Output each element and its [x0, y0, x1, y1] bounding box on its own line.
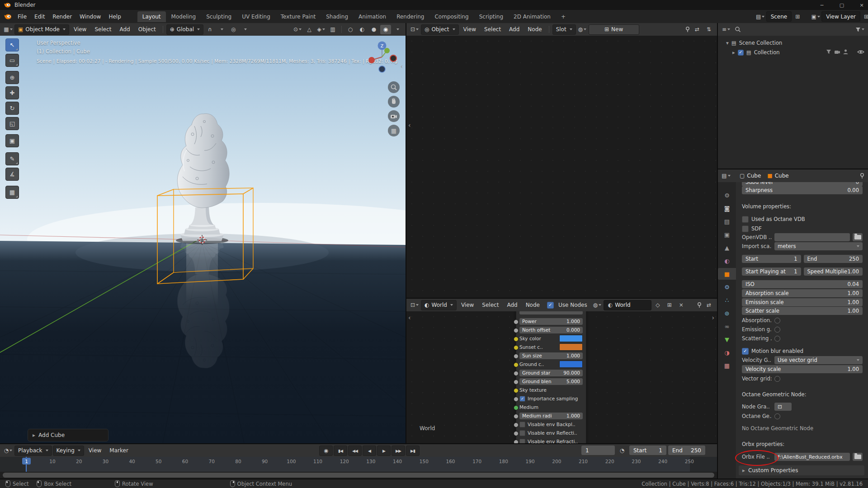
unlink-world-icon[interactable]: × [676, 300, 687, 310]
prop-row-vector-grid[interactable]: Vector grid: [742, 374, 863, 383]
tool-transform-icon[interactable]: ▣ [5, 134, 19, 147]
node-checkbox[interactable] [519, 430, 525, 436]
node-graph-button[interactable]: ⊡ [774, 403, 792, 411]
node-socket-icon[interactable] [514, 319, 519, 324]
prop-row-frame-range[interactable]: Start1 End250 [742, 254, 863, 263]
snap-magnet-icon[interactable]: ∩ [204, 25, 215, 34]
tool-scale-icon[interactable]: ◱ [5, 117, 19, 130]
workspace-tab-scripting[interactable]: Scripting [474, 11, 508, 22]
snap-node-icon[interactable]: ⇄ [703, 300, 714, 310]
node-checkbox[interactable] [519, 422, 525, 427]
viewport-menu-object[interactable]: Object [135, 25, 160, 34]
workspace-tab-compositing[interactable]: Compositing [429, 11, 473, 22]
new-world-icon[interactable]: ⊞ [664, 300, 675, 310]
node-socket-icon[interactable] [514, 388, 519, 393]
color-swatch[interactable] [559, 361, 583, 368]
tool-add-primitive-icon[interactable]: ▦ [5, 186, 19, 199]
end-frame-field[interactable]: End250 [668, 446, 705, 455]
menu-help[interactable]: Help [105, 12, 124, 21]
tool-move-icon[interactable]: ✚ [5, 86, 19, 99]
custom-properties-panel[interactable]: ▸Custom Properties [739, 465, 864, 475]
prop-row-scatter-scale[interactable]: Scatter scale1.00 [742, 306, 863, 315]
outliner[interactable]: ≡ ▾ ▤ Scene Collection ▸ ▤ Collection [718, 23, 868, 169]
socket-dot-button[interactable] [774, 318, 780, 324]
camera-view-icon[interactable] [388, 110, 400, 122]
speed-multiplier-slider[interactable]: Speed Multiplie1.00 [804, 267, 863, 276]
tab-scene[interactable]: ▲ [718, 242, 736, 253]
maximize-button[interactable]: ▢ [832, 0, 852, 10]
filter-icon[interactable] [854, 25, 865, 34]
browse-world-icon[interactable]: ◍ [592, 300, 603, 310]
new-scene-icon[interactable]: ⊞ [792, 12, 803, 21]
prop-row-scattering[interactable]: Scattering .. [742, 334, 863, 343]
workspace-tab-uv-editing[interactable]: UV Editing [237, 11, 275, 22]
prop-row-emission[interactable]: Emission g.. [742, 325, 863, 334]
workspace-tab-texture-paint[interactable]: Texture Paint [276, 11, 321, 22]
prop-row-absorption[interactable]: Absorption.. [742, 316, 863, 325]
prop-row-motion-blur[interactable]: Motion blur enabled [742, 347, 863, 356]
zoom-icon[interactable] [388, 81, 400, 93]
gizmo-y-axis[interactable] [384, 48, 390, 53]
restrict-holdout-icon[interactable] [843, 49, 848, 56]
shading-solid-icon[interactable]: ◐ [357, 25, 368, 34]
pivot-point-icon[interactable]: ⊙ [292, 25, 303, 34]
gizmo-x-axis[interactable] [368, 57, 375, 63]
pin-icon[interactable] [684, 26, 691, 33]
prop-row-absorption-scale[interactable]: Absorption scale1.00 [742, 289, 863, 298]
scene-selector[interactable]: Scene [766, 11, 792, 22]
node-socket-icon[interactable] [514, 328, 519, 333]
pin-icon[interactable] [859, 173, 865, 179]
prop-row-iso[interactable]: ISO0.04 [742, 280, 863, 289]
use-nodes-checkbox[interactable] [547, 302, 554, 309]
shading-material-icon[interactable]: ● [368, 25, 379, 34]
tab-constraints[interactable]: ∞ [718, 320, 736, 332]
world-node-canvas[interactable]: Power1.000 North offset0.000 Sky color S… [406, 311, 717, 443]
socket-dot-button[interactable] [774, 413, 780, 419]
mode-select[interactable]: ▣Object Mode [14, 24, 69, 35]
world-menu-add[interactable]: Add [503, 300, 521, 310]
viewport-canvas[interactable] [0, 36, 406, 443]
prop-row-sdf[interactable]: SDF [742, 224, 863, 233]
node-socket-icon[interactable] [514, 380, 519, 385]
node-checkbox[interactable] [519, 396, 525, 402]
shader-sidebar-pulltab-icon[interactable]: ‹ [408, 122, 411, 129]
browse-material-icon[interactable]: ◍ [577, 25, 588, 34]
prop-row-sharpness[interactable]: Sharpness0.00 [742, 186, 863, 195]
node-socket-icon[interactable] [514, 405, 519, 410]
editor-type-outliner-icon[interactable]: ≡ [721, 25, 731, 34]
expand-icon[interactable]: ▸ [732, 49, 735, 56]
prop-row-import-scale[interactable]: Import sca..meters [742, 242, 863, 251]
tool-rotate-icon[interactable]: ↻ [5, 102, 19, 115]
use-preview-range-icon[interactable]: ◔ [617, 446, 627, 455]
color-swatch[interactable] [559, 335, 583, 342]
tab-world[interactable]: ◐ [718, 255, 736, 267]
blender-menu-icon[interactable] [4, 14, 12, 20]
navigation-gizmo[interactable]: Z [365, 40, 399, 74]
prop-row-playing[interactable]: Start Playing at1 Speed Multiplie1.00 [742, 267, 863, 276]
tool-tweak-icon[interactable]: ↖ [5, 38, 19, 52]
operator-panel[interactable]: ▸ Add Cube [28, 429, 108, 441]
view-layer-icon[interactable]: ▣ [810, 12, 821, 21]
timeline-menu-marker[interactable]: Marker [106, 446, 132, 455]
open-file-button[interactable] [853, 453, 863, 461]
next-keyframe-button[interactable]: ▶▶ [392, 446, 405, 456]
current-frame-field[interactable]: 1 [581, 446, 615, 455]
timeline-menu-view[interactable]: View [85, 446, 105, 455]
node-socket-icon[interactable] [514, 345, 519, 350]
world-menu-select[interactable]: Select [478, 300, 502, 310]
world-menu-node[interactable]: Node [522, 300, 543, 310]
new-material-button[interactable]: ⊞New [589, 24, 639, 35]
viewport-3d[interactable]: ▦ ▣Object Mode View Select Add Object ⊕G… [0, 23, 406, 443]
world-shader-editor[interactable]: ⊡ ◐World View Select Add Node Use Nodes … [406, 299, 717, 443]
prop-row-velocity-scale[interactable]: Velocity scale1.00 [742, 365, 863, 374]
tab-material[interactable]: ◑ [718, 347, 736, 358]
checkbox[interactable] [742, 216, 749, 223]
tab-object[interactable]: ■ [718, 268, 736, 280]
timeline-editor[interactable]: ◔ Playback Keying View Marker ◉ ▮◀ ◀◀ ◀ … [0, 444, 717, 479]
tab-view-layer[interactable]: ▣ [718, 229, 736, 240]
collection-exclude-checkbox[interactable] [738, 50, 744, 56]
prop-row-octane-geo[interactable]: Octane Ge.. [742, 412, 863, 421]
editor-type-shader-icon[interactable]: ⊡ [409, 25, 420, 34]
node-socket-icon[interactable] [514, 362, 519, 367]
workspace-tab-animation[interactable]: Animation [354, 11, 391, 22]
